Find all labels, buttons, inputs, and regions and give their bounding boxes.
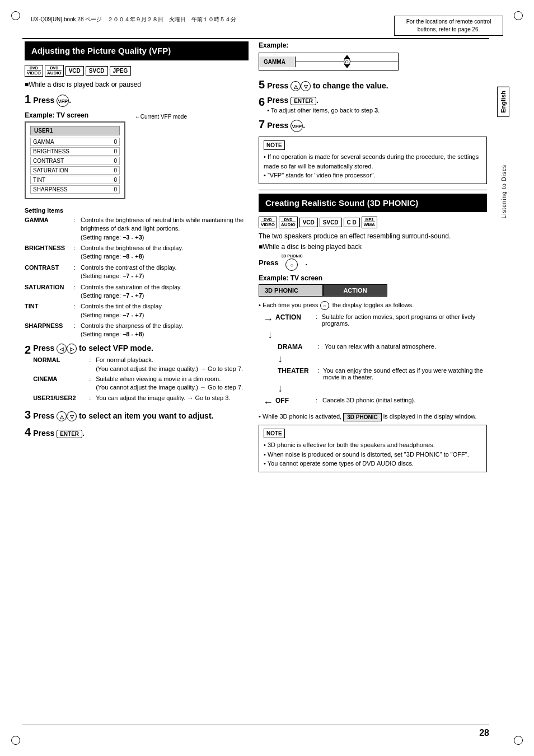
page-number: 28 [479,728,489,738]
gamma-slider: O [296,53,398,70]
tv-screen-container: ←Current VFP mode USER1 GAMMA0 BRIGHTNES… [25,121,125,199]
setting-item-saturation: SATURATION : Controls the saturation of … [25,283,249,300]
s2-badge-dvd-video: DVD VIDEO [259,217,277,228]
tv-row-tint: TINT0 [30,176,120,184]
step6-heading: Press ENTER. [267,96,380,105]
format-badges: DVD VIDEO DVD AUDIO VCD SVCD JPEG [25,65,249,77]
phonic-mode-drama-row: DRAMA : You can relax with a natural atm… [263,343,487,351]
step4: 4 Press ENTER. [25,426,249,439]
mode-normal: NORMAL : For normal playback.(You cannot… [33,356,243,373]
phonic-mode-theater: THEATER [278,367,318,375]
badge-vcd: VCD [65,66,84,76]
enter-btn[interactable]: ENTER [57,430,82,438]
phonic-activated-text: • While 3D phonic is activated, 3D PHONI… [259,413,487,421]
setting-item-sharpness: SHARPNESS : Controls the sharpness of th… [25,322,249,339]
step1-number: 1 [25,93,31,106]
phonic-btn[interactable]: ○ [285,259,298,271]
s2-badge-cd: C D [344,218,360,227]
step2-number: 2 [25,344,31,356]
left-arrow-btn[interactable]: ◁ [57,344,67,354]
arrow-down-1: ↓ [268,329,487,341]
note2-item-1: • 3D phonic is effective for both the sp… [264,440,482,450]
badge-dvd-audio: DVD AUDIO [45,65,64,77]
phonic-screen-left: 3D PHONIC [259,284,323,297]
phonic-press-row: Press 3D PHONIC ○ . [259,254,487,271]
step7-vfp-btn[interactable]: VFP [291,120,303,132]
corner-mark-tl [11,11,20,20]
step7-heading: Press VFP. [267,120,305,132]
step5-number: 5 [259,78,265,91]
corner-mark-tr [514,11,523,20]
setting-item-brightness: BRIGHTNESS : Controls the brightness of … [25,244,249,261]
mode-cinema: CINEMA : Suitable when viewing a movie i… [33,375,243,392]
phonic-toggle-text: • Each time you press ○, the display tog… [259,301,487,310]
section2-badges: DVD VIDEO DVD AUDIO VCD SVCD C D MP3 WMA [259,217,487,228]
step6: 6 Press ENTER. • To adjust other items, … [259,96,487,114]
step5-up-btn[interactable]: △ [291,81,301,91]
note2-item-3: • You cannot operate some types of DVD A… [264,459,482,468]
right-column: Example: GAMMA O 5 Press △▽ to change th… [259,41,487,722]
note-box-1: NOTE • If no operation is made for sever… [259,137,487,184]
english-tab: English [497,87,509,117]
right-arrow-btn[interactable]: ▷ [67,344,77,354]
step5-down-btn[interactable]: ▽ [301,81,311,91]
note-label-1: NOTE [264,140,285,150]
left-column: Adjusting the Picture Quality (VFP) DVD … [25,41,249,722]
phonic-btn-small[interactable]: ○ [320,301,329,310]
step6-body: • To adjust other items, go back to step… [267,107,380,114]
s2-badge-dvd-audio: DVD AUDIO [279,217,298,228]
gamma-example-bar: GAMMA O [259,53,399,71]
step6-enter-btn[interactable]: ENTER [291,97,316,105]
header-filename: UX-Q09[UN].book 28 ページ ２００４年９月２８日 火曜日 午前… [31,16,236,24]
s2-badge-mp3: MP3 WMA [362,217,377,228]
s2-badge-vcd: VCD [299,218,318,227]
up-arrow-btn[interactable]: △ [57,411,67,421]
tv-screen-title: USER1 [30,126,120,135]
down-arrow-btn[interactable]: ▽ [67,411,77,421]
tv-row-sharpness: SHARPNESS0 [30,185,120,194]
step3-number: 3 [25,408,31,421]
step3: 3 Press △▽ to select an item you want to… [25,408,249,421]
step2: 2 Press ◁▷ to select VFP mode. NORMAL : … [25,344,249,404]
setting-items-title: Setting items [25,207,249,214]
badge-dvd-video: DVD VIDEO [25,65,43,77]
phonic-mode-theater-row: THEATER : You can enjoy the sound effect… [263,367,487,381]
vfp-btn[interactable]: VFP [57,95,69,107]
arrow-down-3: ↓ [278,383,487,395]
step5-heading: Press △▽ to change the value. [267,81,388,91]
gamma-label: GAMMA [259,57,296,67]
step6-number: 6 [259,96,265,109]
section2-divider [259,190,487,190]
section1-heading: Adjusting the Picture Quality (VFP) [25,41,249,60]
header-note-box: For the locations of remote control butt… [394,16,503,36]
main-content: Adjusting the Picture Quality (VFP) DVD … [25,41,487,722]
phonic-button-wrap: 3D PHONIC ○ [281,254,302,271]
phonic-mode-off-row: ← OFF : Cancels 3D phonic (initial setti… [263,397,487,408]
phonic-screen: 3D PHONIC ACTION [259,284,387,297]
section2-heading: Creating Realistic Sound (3D PHONIC) [259,194,487,213]
while-text: ■While a disc is played back or paused [25,81,249,88]
tv-row-brightness: BRIGHTNESS0 [30,147,120,156]
step4-number: 4 [25,426,31,439]
badge-jpeg: JPEG [110,66,132,76]
corner-mark-br [514,736,523,745]
phonic-screen-right: ACTION [323,284,387,297]
step7-number: 7 [259,118,265,131]
mode-user: USER1/USER2 : You can adjust the image q… [33,394,243,402]
phonic-mode-action-row: → ACTION : Suitable for action movies, s… [263,313,487,327]
section2-intro: The two speakers produce an effect resem… [259,232,487,240]
step2-heading: Press ◁▷ to select VFP mode. [33,344,243,354]
s2-badge-svcd: SVCD [320,218,342,227]
phonic-modes: → ACTION : Suitable for action movies, s… [263,313,487,408]
current-vfp-note: ←Current VFP mode [135,114,187,120]
top-rule [22,38,489,39]
step1-text: Press VFP. [33,95,71,107]
setting-item-contrast: CONTRAST : Controls the contrast of the … [25,264,249,281]
note-item-2: • "VFP" stands for "video fine processor… [264,171,482,180]
tv-row-saturation: SATURATION0 [30,166,120,175]
step4-heading: Press ENTER. [33,429,85,438]
bottom-rule [22,725,489,725]
note-box-2: NOTE • 3D phonic is effective for both t… [259,425,487,472]
phonic-mode-action: ACTION [275,313,316,321]
step1: 1 Press VFP. [25,93,249,107]
